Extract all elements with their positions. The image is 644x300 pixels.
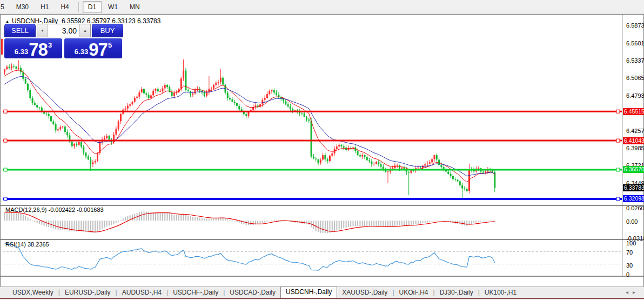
window-bottom-edge — [0, 298, 644, 299]
timeframe-button-mn[interactable]: MN — [124, 1, 145, 13]
volume-increase-button[interactable]: ▴ — [79, 24, 90, 37]
chart-tab-xauusd-daily[interactable]: XAUUSD-,Daily — [337, 288, 392, 298]
timeframe-button-w1[interactable]: W1 — [103, 1, 123, 13]
price-axis-tick: 6.42570 — [626, 128, 644, 134]
toolbar-separator — [78, 2, 79, 12]
chart-tab-dj30-daily[interactable]: DJ30-,Daily — [435, 288, 478, 298]
pane-separator — [1, 276, 643, 277]
one-click-trade-panel: SELL ▾ 3.00 ▴ BUY 6.33 78 3 6.33 97 5 — [4, 24, 123, 58]
level-price-badge: 6.36570 — [623, 166, 644, 173]
price-axis-tick: 6.39850 — [626, 145, 644, 151]
timeframe-button-h4[interactable]: H4 — [55, 1, 74, 13]
price-axis-tick: 6.58730 — [626, 22, 644, 29]
current-price-badge: 6.33783 — [623, 184, 644, 191]
rsi-axis-tick: 100 — [626, 240, 636, 246]
rsi-axis-tick: 70 — [626, 249, 633, 256]
price-axis-tick: 6.47930 — [626, 92, 644, 99]
timeframe-button-h1[interactable]: H1 — [35, 1, 54, 13]
chart-tab-usdcnh-daily[interactable]: USDCNH-,Daily — [280, 286, 337, 298]
buy-price-sup: 5 — [108, 41, 112, 49]
trading-terminal: { "toolbar": { "items": [ {"label": "5",… — [0, 0, 644, 300]
rsi-value: 38.2365 — [28, 241, 49, 248]
tab-scroll-arrows[interactable]: ◂▸ — [626, 289, 640, 295]
rsi-chart-canvas[interactable] — [3, 240, 622, 276]
sell-price-tile[interactable]: 6.33 78 3 — [4, 38, 62, 58]
timeframe-toolbar: 5M30H1H4D1W1MN — [0, 0, 644, 14]
price-axis-tick: 6.56010 — [626, 40, 644, 46]
symbol-tab-strip: USDX,Weekly|EURUSD-,Daily|AUDUSD-,H4|USD… — [0, 286, 644, 298]
clipped-candle — [1, 39, 3, 55]
sell-button[interactable]: SELL — [4, 24, 36, 37]
volume-decrease-button[interactable]: ▾ — [37, 24, 48, 37]
macd-axis-tick: 0.02607 — [626, 205, 644, 211]
tab-scroll-right-icon[interactable]: ▸ — [633, 289, 640, 295]
chart-window: ▲USDCNH-,Daily 6.35592 6.35797 6.33123 6… — [0, 14, 644, 287]
chart-tab-usdx-weekly[interactable]: USDX,Weekly — [8, 288, 58, 298]
level-price-badge: 6.41043 — [623, 137, 644, 144]
pane-separator[interactable] — [1, 239, 643, 241]
price-axis-line — [622, 15, 622, 276]
level-price-badge: 6.32098 — [623, 195, 644, 202]
volume-input[interactable]: 3.00 — [48, 24, 79, 37]
chart-tab-usdcad-daily[interactable]: USDCAD-,Daily — [225, 288, 280, 298]
rsi-axis-tick: 30 — [626, 262, 633, 269]
timeframe-button-m30[interactable]: M30 — [11, 1, 34, 13]
volume-box: ▾ 3.00 ▴ — [37, 24, 91, 37]
chart-tab-usdchf-daily[interactable]: USDCHF-,Daily — [168, 288, 223, 298]
sell-price-big: 78 — [29, 42, 48, 58]
macd-axis-tick: 0.00 — [626, 218, 638, 225]
buy-price-big: 97 — [89, 42, 108, 58]
buy-price-prefix: 6.33 — [75, 48, 88, 56]
sell-price-sup: 3 — [48, 41, 52, 49]
buy-price-tile[interactable]: 6.33 97 5 — [64, 38, 122, 58]
tab-scroll-left-icon[interactable]: ◂ — [626, 289, 633, 295]
price-axis-tick: 6.50650 — [626, 75, 644, 81]
buy-button[interactable]: BUY — [92, 24, 123, 37]
price-axis-tick: 6.53370 — [626, 57, 644, 64]
level-price-badge: 6.45515 — [623, 108, 644, 115]
macd-indicator-label: MACD(12,26,9) -0.002422 -0.001683 — [5, 206, 104, 213]
rsi-indicator-label: RSI(14) 38.2365 — [5, 241, 49, 248]
rsi-axis-tick: 0 — [626, 271, 629, 278]
chart-tab-eurusd-daily[interactable]: EURUSD-,Daily — [60, 288, 116, 298]
chart-tab-audusd-h4[interactable]: AUDUSD-,H4 — [117, 288, 166, 298]
chart-tab-ukoil-h4[interactable]: UKOil-,H4 — [394, 288, 433, 298]
timeframe-button-d1[interactable]: D1 — [83, 1, 102, 13]
chart-tab-uk100-h1[interactable]: UK100-,H1 — [480, 288, 521, 298]
macd-values: -0.002422 -0.001683 — [48, 206, 103, 213]
timeframe-button-5[interactable]: 5 — [0, 1, 10, 13]
sell-price-prefix: 6.33 — [15, 48, 28, 56]
